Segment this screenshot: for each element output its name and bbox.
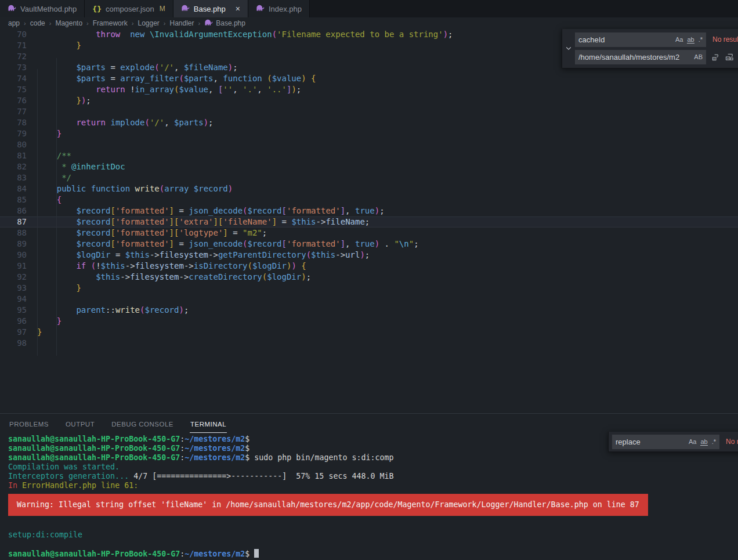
breadcrumb-item[interactable]: code [30, 19, 45, 27]
line-number: 86 [0, 205, 27, 216]
panel-tab-output[interactable]: OUTPUT [65, 415, 95, 432]
indent-guide [56, 58, 57, 356]
line-content: $logDir = $this->filesystem->getParentDi… [37, 250, 738, 261]
code-line[interactable]: 86 $record['formatted'] = json_decode($r… [0, 205, 738, 216]
line-number: 96 [0, 316, 27, 327]
tab-label: Base.php [194, 5, 226, 13]
breadcrumb-item[interactable]: Logger [138, 19, 159, 27]
code-line[interactable]: 95 parent::write($record); [0, 305, 738, 316]
tab-index-php[interactable]: Index.php [248, 0, 310, 17]
code-line[interactable]: 84 public function write(array $record) [0, 183, 738, 194]
panel-tab-problems[interactable]: PROBLEMS [9, 415, 49, 432]
line-number: 87 [0, 216, 27, 227]
code-line[interactable]: 89 $record['formatted'] = json_encode($r… [0, 239, 738, 250]
panel-tab-terminal[interactable]: TERMINAL [190, 415, 227, 433]
code-line[interactable]: 75 return !in_array($value, ['', '.', '.… [0, 84, 738, 95]
regex-icon[interactable]: .* [699, 36, 703, 43]
code-line[interactable]: 91 if (!$this->filesystem->isDirectory($… [0, 261, 738, 272]
panel-tab-debug-console[interactable]: DEBUG CONSOLE [111, 415, 174, 432]
whole-word-icon[interactable]: ab [687, 36, 694, 44]
whole-word-icon[interactable]: ab [700, 438, 707, 446]
line-number: 70 [0, 29, 27, 40]
code-line[interactable]: 77 [0, 106, 738, 117]
close-icon[interactable]: × [236, 4, 240, 13]
line-number: 79 [0, 128, 27, 139]
line-content: * @inheritDoc [37, 161, 738, 172]
breadcrumb-item[interactable]: Framework [93, 19, 128, 27]
line-content: /** [37, 150, 738, 161]
code-line[interactable]: 87 $record['formatted']['extra']['fileNa… [0, 216, 738, 227]
breadcrumb-item[interactable]: Magento [55, 19, 82, 27]
line-content: public function write(array $record) [37, 183, 738, 194]
find-input[interactable]: cacheId Aa ab .* [575, 32, 706, 47]
modified-badge: M [160, 5, 165, 13]
code-line[interactable]: 98 [0, 338, 738, 349]
panel-tab-bar: PROBLEMSOUTPUTDEBUG CONSOLETERMINAL [0, 414, 738, 433]
tab-vaultmethod-php[interactable]: VaultMethod.php [0, 0, 85, 17]
replace-icon[interactable]: c [711, 53, 720, 62]
regex-icon[interactable]: .* [712, 438, 716, 445]
code-line[interactable]: 88 $record['formatted']['logtype'] = "m2… [0, 227, 738, 239]
line-number: 88 [0, 227, 27, 239]
match-case-icon[interactable]: Aa [689, 438, 696, 445]
code-line[interactable]: 80 [0, 139, 738, 150]
tab-label: Index.php [269, 5, 302, 13]
code-line[interactable]: 74 $parts = array_filter($parts, functio… [0, 73, 738, 84]
terminal-find-widget: replace Aa ab .* No results [608, 432, 738, 452]
line-number: 82 [0, 161, 27, 172]
code-line[interactable]: 79 } [0, 128, 738, 139]
code-line[interactable]: 83 */ [0, 172, 738, 183]
terminal-line: In ErrorHandler.php line 61: [8, 481, 738, 490]
terminal-line: sanaullah@sanaullah-HP-ProBook-450-G7:~/… [8, 453, 738, 463]
code-line[interactable]: 94 [0, 294, 738, 305]
code-line[interactable]: 85 { [0, 194, 738, 205]
replace-input[interactable]: /home/sanaullah/mestores/m2 AB [575, 50, 706, 64]
line-number: 83 [0, 172, 27, 183]
line-content: $record['formatted'] = json_encode($reco… [37, 239, 738, 250]
breadcrumb-item[interactable]: app [8, 19, 20, 27]
tab-base-php[interactable]: Base.php× [173, 0, 248, 17]
code-line[interactable]: 81 /** [0, 150, 738, 161]
terminal-error-banner: Warning: Illegal string offset 'fileName… [8, 494, 648, 516]
code-editor[interactable]: 70 throw new \InvalidArgumentException('… [0, 29, 738, 413]
terminal[interactable]: sanaullah@sanaullah-HP-ProBook-450-G7:~/… [0, 433, 738, 559]
code-line[interactable]: 90 $logDir = $this->filesystem->getParen… [0, 250, 738, 261]
php-elephant-icon [204, 18, 213, 28]
line-content: */ [37, 172, 738, 183]
line-number: 80 [0, 139, 27, 150]
code-line[interactable]: 78 return implode('/', $parts); [0, 117, 738, 128]
line-content: $this->filesystem->createDirectory($logD… [37, 272, 738, 283]
terminal-find-results: No results [726, 438, 738, 446]
replace-all-icon[interactable]: ac [725, 53, 734, 62]
line-content [37, 338, 738, 349]
breadcrumb-separator: › [86, 20, 89, 27]
code-line[interactable]: 93 } [0, 283, 738, 294]
code-line[interactable]: 96 } [0, 316, 738, 327]
terminal-find-input[interactable]: replace Aa ab .* [612, 435, 719, 449]
line-number: 93 [0, 283, 27, 294]
code-line[interactable]: 76 }); [0, 95, 738, 106]
tab-composer-json[interactable]: {}composer.jsonM [85, 0, 173, 17]
line-content: return implode('/', $parts); [37, 117, 738, 128]
indent-guide [37, 69, 38, 356]
breadcrumb-file[interactable]: Base.php [204, 18, 245, 28]
breadcrumb-separator: › [24, 20, 26, 27]
code-line[interactable]: 97} [0, 327, 738, 338]
breadcrumb-item[interactable]: Handler [170, 19, 194, 27]
terminal-error-banner-row: Warning: Illegal string offset 'fileName… [8, 490, 738, 521]
terminal-line: Compilation was started. [8, 463, 738, 472]
breadcrumb[interactable]: app›code›Magento›Framework›Logger›Handle… [0, 17, 738, 29]
preserve-case-icon[interactable]: AB [694, 53, 703, 60]
line-content: } [37, 128, 738, 139]
line-content: { [37, 194, 738, 205]
replace-value: /home/sanaullah/mestores/m2 [578, 53, 690, 62]
terminal-line: setup:di:compile [8, 530, 738, 540]
code-line[interactable]: 82 * @inheritDoc [0, 161, 738, 172]
line-number: 85 [0, 194, 27, 205]
chevron-down-icon[interactable] [562, 32, 575, 64]
breadcrumb-separator: › [198, 20, 201, 27]
editor-tab-bar: VaultMethod.php{}composer.jsonMBase.php×… [0, 0, 738, 17]
breadcrumb-separator: › [164, 20, 166, 27]
code-line[interactable]: 92 $this->filesystem->createDirectory($l… [0, 272, 738, 283]
match-case-icon[interactable]: Aa [675, 36, 683, 43]
